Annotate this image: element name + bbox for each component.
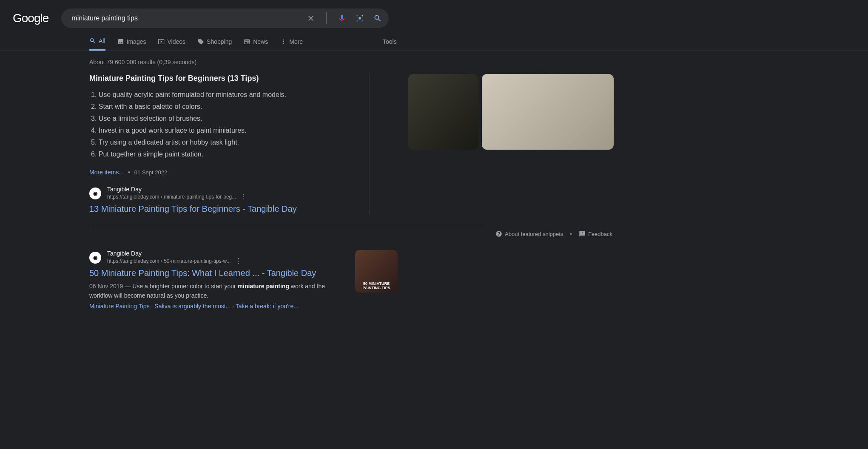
divider bbox=[89, 226, 485, 226]
more-items-link[interactable]: More items... bbox=[89, 169, 124, 176]
tab-all-label: All bbox=[99, 37, 105, 44]
search-bar bbox=[61, 9, 389, 28]
list-item: Use a limited selection of brushes. bbox=[91, 113, 353, 125]
divider bbox=[326, 12, 327, 24]
kebab-icon[interactable]: ⋮ bbox=[240, 193, 247, 201]
clear-icon[interactable] bbox=[306, 13, 316, 23]
tab-more-label: More bbox=[289, 38, 303, 45]
sublink[interactable]: Take a break: if you're... bbox=[236, 303, 299, 310]
list-item: Try using a dedicated artist or hobby ta… bbox=[91, 136, 353, 148]
result-url: https://tangibleday.com › 50-miniature-p… bbox=[107, 258, 231, 264]
featured-snippet-title: Miniature Painting Tips for Beginners (1… bbox=[89, 74, 353, 83]
list-item: Invest in a good work surface to paint m… bbox=[91, 125, 353, 136]
result-url: https://tangibleday.com › miniature-pain… bbox=[107, 194, 236, 200]
kebab-icon[interactable]: ⋮ bbox=[235, 257, 242, 265]
result-stats: About 79 600 000 results (0,39 seconds) bbox=[89, 59, 868, 65]
search-input[interactable] bbox=[67, 14, 306, 22]
result-site-name: Tangible Day bbox=[107, 186, 247, 193]
feedback-link[interactable]: Feedback bbox=[579, 230, 612, 237]
dot-separator: • bbox=[128, 169, 130, 176]
feedback-icon bbox=[579, 230, 586, 237]
list-item: Put together a simple paint station. bbox=[91, 148, 353, 160]
list-item: Use quality acrylic paint formulated for… bbox=[91, 89, 353, 101]
dot-separator: • bbox=[570, 231, 572, 237]
svg-point-0 bbox=[359, 17, 361, 20]
tab-images[interactable]: Images bbox=[117, 37, 146, 51]
tab-shopping-label: Shopping bbox=[207, 38, 232, 45]
images-panel bbox=[408, 74, 614, 214]
tab-shopping[interactable]: Shopping bbox=[197, 37, 232, 51]
featured-date: 01 Sept 2022 bbox=[134, 169, 167, 176]
lens-icon[interactable] bbox=[355, 13, 365, 23]
google-logo[interactable]: Google bbox=[13, 11, 48, 25]
result-date: 06 Nov 2019 bbox=[89, 283, 123, 290]
favicon: ◉ bbox=[89, 252, 101, 264]
mic-icon[interactable] bbox=[337, 13, 347, 23]
tab-more[interactable]: More bbox=[280, 37, 303, 51]
sublink[interactable]: Miniature Painting Tips bbox=[89, 303, 150, 310]
image-thumbnail[interactable] bbox=[482, 74, 614, 150]
about-featured-label: About featured snippets bbox=[505, 231, 563, 237]
result-description: 06 Nov 2019 — Use a brighter primer colo… bbox=[89, 281, 340, 300]
tab-news[interactable]: News bbox=[244, 37, 268, 51]
favicon: ◉ bbox=[89, 188, 101, 199]
tools-link[interactable]: Tools bbox=[383, 38, 397, 50]
image-thumbnail[interactable] bbox=[408, 74, 478, 150]
result-title-link[interactable]: 13 Miniature Painting Tips for Beginners… bbox=[89, 204, 353, 214]
help-icon bbox=[495, 230, 502, 237]
about-featured-snippets-link[interactable]: About featured snippets bbox=[495, 230, 563, 237]
list-item: Start with a basic palette of colors. bbox=[91, 101, 353, 113]
result-sublinks: Miniature Painting Tips · Saliva is argu… bbox=[89, 303, 400, 310]
tab-all[interactable]: All bbox=[89, 37, 105, 51]
featured-snippet-list: Use quality acrylic paint formulated for… bbox=[89, 89, 353, 160]
result-title-link[interactable]: 50 Miniature Painting Tips: What I Learn… bbox=[89, 268, 400, 278]
tab-videos[interactable]: Videos bbox=[158, 37, 185, 51]
sublink[interactable]: Saliva is arguably the most... bbox=[154, 303, 231, 310]
result-site-name: Tangible Day bbox=[107, 250, 242, 257]
tab-images-label: Images bbox=[127, 38, 146, 45]
tab-videos-label: Videos bbox=[167, 38, 185, 45]
result-thumbnail[interactable]: 50 MINIATURE PAINTING TIPS bbox=[355, 250, 398, 293]
search-icon[interactable] bbox=[373, 13, 383, 23]
tab-news-label: News bbox=[253, 38, 268, 45]
feedback-label: Feedback bbox=[588, 231, 612, 237]
